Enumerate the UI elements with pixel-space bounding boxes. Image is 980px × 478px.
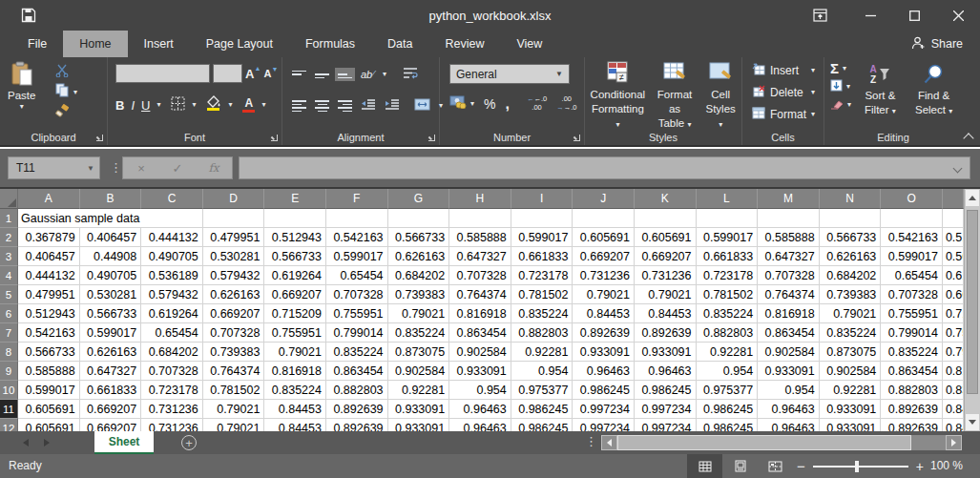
cell[interactable]: 0.626163 xyxy=(820,247,882,266)
cell[interactable]: 0.84453 xyxy=(943,400,964,419)
format-as-table-button[interactable]: Format as Table ▾ xyxy=(651,61,699,131)
copy-button[interactable]: ▾ xyxy=(55,85,77,99)
cell[interactable]: 0.882803 xyxy=(326,381,388,400)
cell[interactable]: 0.92281 xyxy=(388,381,450,400)
sort-filter-button[interactable]: A Z Sort & Filter ▾ xyxy=(865,63,896,116)
cell[interactable]: 0.707328 xyxy=(141,362,203,381)
cell[interactable]: 0.96463 xyxy=(758,419,820,431)
cell[interactable]: 0.739383 xyxy=(203,343,265,362)
cell[interactable]: 0.873075 xyxy=(388,343,450,362)
cell[interactable]: 0.781502 xyxy=(511,285,573,304)
enter-button[interactable]: ✓ xyxy=(159,157,196,178)
cell[interactable]: 0.626163 xyxy=(203,285,265,304)
cell[interactable]: 0.92281 xyxy=(820,381,882,400)
cell[interactable]: 0.755951 xyxy=(264,323,326,343)
insert-cells-button[interactable]: Insert ▾ xyxy=(752,63,815,78)
cell[interactable]: 0.816918 xyxy=(449,304,511,323)
horizontal-scrollbar-thumb[interactable] xyxy=(617,435,911,450)
tab-scrollbar-grip-icon[interactable]: ⋮ xyxy=(585,434,597,448)
bottom-align-icon[interactable] xyxy=(338,71,352,79)
cell[interactable]: 0.96463 xyxy=(635,362,697,381)
cell[interactable]: 0.406457 xyxy=(80,228,142,247)
align-left-icon[interactable] xyxy=(292,100,306,112)
cell[interactable]: 0.96463 xyxy=(449,400,511,419)
row-header-11[interactable]: 11 xyxy=(0,400,18,419)
row-header-10[interactable]: 10 xyxy=(0,381,18,400)
cell[interactable]: 0.367879 xyxy=(18,228,80,247)
column-header-G[interactable]: G xyxy=(388,189,450,209)
cell[interactable]: 0.707328 xyxy=(326,285,388,304)
sheet-tab[interactable]: Sheet xyxy=(94,431,154,454)
cell[interactable]: 0.599017 xyxy=(18,381,80,400)
cell[interactable]: 0.619264 xyxy=(943,266,964,285)
cell[interactable] xyxy=(697,209,759,228)
cell[interactable]: 0.863454 xyxy=(449,323,511,343)
cell[interactable]: 0.599017 xyxy=(881,247,943,266)
cell[interactable]: 0.933091 xyxy=(635,343,697,362)
number-dialog-launcher[interactable] xyxy=(573,135,580,141)
accounting-caret-icon[interactable]: ▾ xyxy=(470,100,474,108)
cell[interactable]: 0.799014 xyxy=(881,323,943,343)
cell[interactable]: 0.902584 xyxy=(388,362,450,381)
cell[interactable]: 0.566733 xyxy=(388,228,450,247)
cell[interactable] xyxy=(449,209,511,228)
cell[interactable]: 0.585888 xyxy=(18,362,80,381)
cell[interactable]: 0.892639 xyxy=(635,323,697,343)
cell[interactable]: 0.933091 xyxy=(820,419,882,431)
decrease-indent-icon[interactable] xyxy=(361,97,376,114)
borders-button[interactable] xyxy=(171,96,185,114)
paste-button[interactable]: Paste ▾ xyxy=(8,61,35,111)
cell[interactable]: 0.669207 xyxy=(80,400,142,419)
column-header-partial[interactable] xyxy=(943,189,964,209)
cell[interactable]: 0.863454 xyxy=(758,323,820,343)
cell[interactable]: 0.882803 xyxy=(881,381,943,400)
row-header-3[interactable]: 3 xyxy=(0,247,18,266)
tab-home[interactable]: Home xyxy=(63,31,127,57)
close-button[interactable] xyxy=(936,0,980,31)
cell[interactable]: 0.707328 xyxy=(203,323,265,343)
grow-font-button[interactable]: A▲ xyxy=(245,67,261,81)
cell-styles-button[interactable]: Cell Styles ▾ xyxy=(702,61,739,131)
cell[interactable]: 0.739383 xyxy=(388,285,450,304)
fill-color-button[interactable] xyxy=(206,95,221,114)
cell[interactable]: 0.731236 xyxy=(141,400,203,419)
format-cells-button[interactable]: Format ▾ xyxy=(752,107,815,122)
cell[interactable]: 0.599017 xyxy=(511,228,573,247)
cell[interactable]: 0.490705 xyxy=(141,247,203,266)
cell[interactable]: 0.566733 xyxy=(18,343,80,362)
middle-align-icon[interactable] xyxy=(315,71,329,79)
cell[interactable]: 0.79021 xyxy=(203,419,265,431)
cell[interactable]: 0.84453 xyxy=(573,304,635,323)
cell[interactable]: 0.975377 xyxy=(697,381,759,400)
scroll-up-icon[interactable] xyxy=(966,190,979,206)
cell[interactable]: 0.669207 xyxy=(264,285,326,304)
cell[interactable]: 0.512943 xyxy=(943,228,964,247)
cell[interactable]: 0.835224 xyxy=(511,304,573,323)
cell[interactable]: 0.954 xyxy=(511,362,573,381)
cell[interactable]: 0.882803 xyxy=(511,323,573,343)
cell[interactable]: 0.669207 xyxy=(573,247,635,266)
cell[interactable]: 0.707328 xyxy=(881,285,943,304)
cell[interactable]: 0.764374 xyxy=(758,285,820,304)
share-button[interactable]: Share xyxy=(904,31,970,57)
column-header-A[interactable]: A xyxy=(18,189,80,209)
cell[interactable]: 0.579432 xyxy=(203,266,265,285)
shrink-font-button[interactable]: A▼ xyxy=(263,68,278,79)
wrap-text-icon[interactable] xyxy=(403,66,418,83)
cell[interactable] xyxy=(264,209,326,228)
cell[interactable]: 0.605691 xyxy=(635,228,697,247)
row-header-6[interactable]: 6 xyxy=(0,304,18,323)
cell[interactable]: 0.723178 xyxy=(697,266,759,285)
format-painter-button[interactable] xyxy=(55,105,77,119)
cell[interactable]: 0.542163 xyxy=(18,323,80,343)
tab-insert[interactable]: Insert xyxy=(128,31,190,57)
cell[interactable]: 0.863454 xyxy=(881,362,943,381)
increase-decimal-button[interactable]: ←←.0 .00 xyxy=(527,95,547,112)
borders-caret-icon[interactable]: ▾ xyxy=(192,101,196,109)
formula-bar-grip-icon[interactable]: ⋮ xyxy=(110,160,122,175)
zoom-slider[interactable] xyxy=(813,466,908,468)
tab-view[interactable]: View xyxy=(500,31,558,57)
cell[interactable]: 0.626163 xyxy=(80,343,142,362)
cell[interactable] xyxy=(141,209,203,228)
cell[interactable]: 0.954 xyxy=(449,381,511,400)
